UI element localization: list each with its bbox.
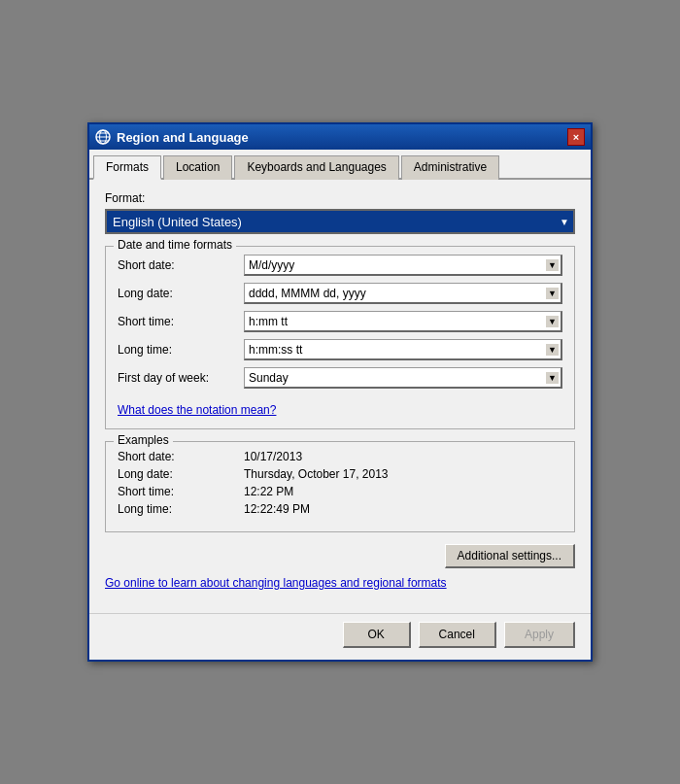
long-date-row: Long date: dddd, MMMM dd, yyyy — [118, 283, 562, 304]
short-time-select[interactable]: h:mm tt — [244, 311, 562, 332]
example-long-time-value: 12:22:49 PM — [244, 502, 310, 516]
first-day-select[interactable]: Sunday — [244, 367, 562, 389]
example-short-date-label: Short date: — [118, 450, 244, 463]
title-bar: Region and Language × — [89, 124, 591, 150]
example-short-time-value: 12:22 PM — [244, 485, 293, 498]
date-time-group-title: Date and time formats — [114, 238, 236, 252]
short-time-label: Short time: — [118, 315, 244, 328]
example-long-date-row: Long date: Thursday, October 17, 2013 — [118, 467, 562, 481]
format-label: Format: — [105, 191, 575, 205]
ok-button[interactable]: OK — [343, 622, 411, 648]
example-long-time-row: Long time: 12:22:49 PM — [118, 502, 562, 516]
first-day-select-wrapper: Sunday — [244, 367, 562, 389]
tab-bar: Formats Location Keyboards and Languages… — [89, 150, 591, 180]
button-row: OK Cancel Apply — [89, 613, 591, 660]
examples-group: Examples Short date: 10/17/2013 Long dat… — [105, 441, 575, 532]
first-day-label: First day of week: — [118, 371, 244, 385]
region-language-dialog: Region and Language × Formats Location K… — [87, 122, 593, 662]
additional-settings-row: Additional settings... — [105, 544, 575, 568]
long-date-label: Long date: — [118, 287, 244, 300]
globe-icon — [95, 129, 111, 145]
example-short-time-label: Short time: — [118, 485, 244, 498]
cancel-button[interactable]: Cancel — [419, 622, 496, 648]
short-date-row: Short date: M/d/yyyy — [118, 255, 562, 276]
long-time-label: Long time: — [118, 343, 244, 357]
example-short-date-value: 10/17/2013 — [244, 450, 302, 463]
dialog-title: Region and Language — [117, 130, 249, 145]
tab-formats[interactable]: Formats — [93, 155, 161, 180]
additional-settings-button[interactable]: Additional settings... — [445, 544, 575, 568]
apply-button[interactable]: Apply — [504, 622, 575, 648]
online-link[interactable]: Go online to learn about changing langua… — [105, 576, 575, 590]
date-time-group: Date and time formats Short date: M/d/yy… — [105, 246, 575, 429]
examples-group-title: Examples — [114, 433, 173, 447]
close-button[interactable]: × — [567, 128, 585, 146]
short-time-select-wrapper: h:mm tt — [244, 311, 562, 332]
tab-administrative[interactable]: Administrative — [401, 155, 499, 180]
tab-content: Format: English (United States) Date and… — [89, 180, 591, 613]
example-short-date-row: Short date: 10/17/2013 — [118, 450, 562, 463]
short-date-select-wrapper: M/d/yyyy — [244, 255, 562, 276]
example-short-time-row: Short time: 12:22 PM — [118, 485, 562, 498]
long-time-row: Long time: h:mm:ss tt — [118, 339, 562, 360]
long-time-select[interactable]: h:mm:ss tt — [244, 339, 562, 360]
example-long-date-label: Long date: — [118, 467, 244, 481]
short-date-select[interactable]: M/d/yyyy — [244, 255, 562, 276]
short-time-row: Short time: h:mm tt — [118, 311, 562, 332]
first-day-row: First day of week: Sunday — [118, 367, 562, 389]
tab-location[interactable]: Location — [163, 155, 232, 180]
format-select-wrapper: English (United States) — [105, 209, 575, 234]
long-date-select[interactable]: dddd, MMMM dd, yyyy — [244, 283, 562, 304]
long-time-select-wrapper: h:mm:ss tt — [244, 339, 562, 360]
example-long-date-value: Thursday, October 17, 2013 — [244, 467, 389, 481]
example-long-time-label: Long time: — [118, 502, 244, 516]
format-select[interactable]: English (United States) — [105, 209, 575, 234]
tab-keyboards[interactable]: Keyboards and Languages — [234, 155, 398, 180]
notation-link[interactable]: What does the notation mean? — [118, 403, 276, 417]
title-bar-left: Region and Language — [95, 129, 249, 145]
short-date-label: Short date: — [118, 258, 244, 272]
long-date-select-wrapper: dddd, MMMM dd, yyyy — [244, 283, 562, 304]
